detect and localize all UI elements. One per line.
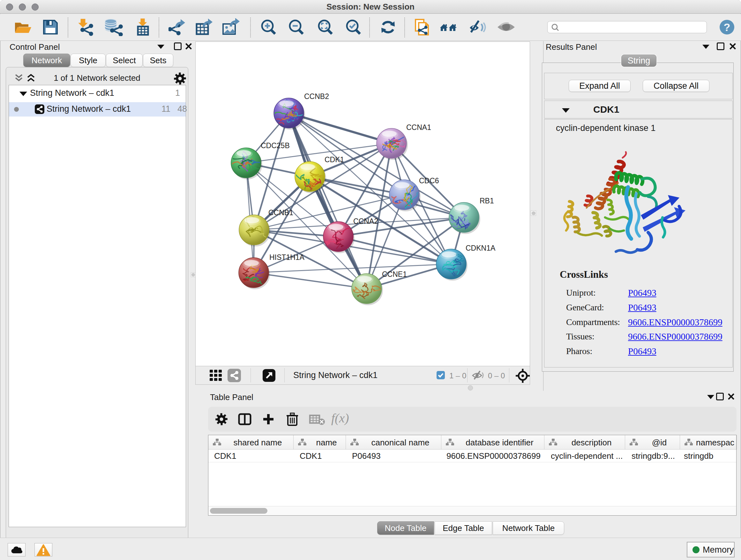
svg-text:CCNA1: CCNA1 (406, 123, 431, 132)
svg-text:CCNB1: CCNB1 (268, 208, 293, 217)
svg-text:CCNB2: CCNB2 (304, 92, 329, 101)
svg-text:CCNE1: CCNE1 (382, 270, 407, 278)
svg-text:CDC6: CDC6 (419, 177, 439, 185)
svg-text:RB1: RB1 (480, 197, 494, 205)
svg-text:CDK1: CDK1 (325, 155, 344, 164)
svg-text:HIST1H1A: HIST1H1A (269, 253, 305, 261)
svg-text:CDKN1A: CDKN1A (466, 244, 495, 252)
svg-text:CDC25B: CDC25B (261, 141, 290, 150)
svg-text:CCNA2: CCNA2 (353, 217, 378, 226)
